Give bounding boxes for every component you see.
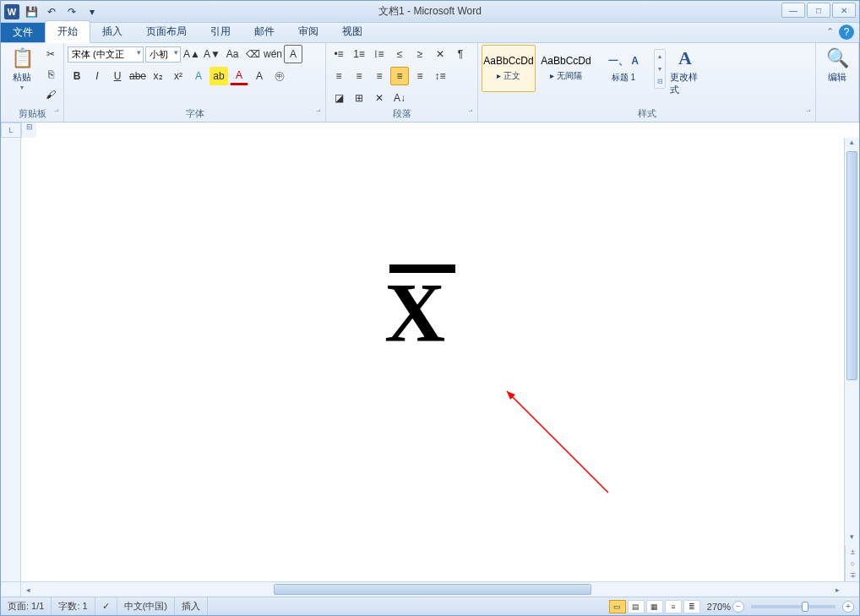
numbering-button[interactable]: 1≡ [350,45,368,63]
zoom-knob[interactable] [802,602,808,612]
align-right-button[interactable]: ≡ [370,67,389,85]
status-proofing[interactable]: ✓ [95,597,117,615]
page-viewport[interactable]: X [21,138,859,581]
scroll-right-button[interactable]: ▸ [830,582,844,597]
italic-button[interactable]: I [88,67,106,85]
view-web-button[interactable]: ▦ [646,600,663,613]
scroll-up-button[interactable]: ▴ [845,138,859,151]
scroll-h-thumb[interactable] [274,584,592,595]
shading-button[interactable]: ◪ [329,89,348,107]
document-content[interactable]: X [384,264,455,351]
status-mode[interactable]: 插入 [175,597,208,615]
format-painter-button[interactable]: 🖌 [41,85,60,104]
qat-more-button[interactable]: ▾ [84,3,101,20]
asian-layout-button[interactable]: ✕ [431,45,449,63]
prev-page-button[interactable]: ± [846,546,859,558]
ruler-vertical[interactable] [1,138,21,581]
underline-button[interactable]: U [108,67,127,85]
ruler-row: L 78910111213141516171819202122232425262… [1,123,859,138]
clear-format-button[interactable]: ⌫ [243,45,262,63]
change-styles-button[interactable]: A 更改样式 [667,45,703,99]
minimize-button[interactable]: — [781,3,805,18]
close-button[interactable]: ✕ [832,3,856,18]
justify-button[interactable]: ≡ [390,67,409,85]
scroll-left-button[interactable]: ◂ [21,582,35,597]
text-effects-button[interactable]: A [189,67,208,85]
font-size-dropdown[interactable]: 小初 [145,46,181,63]
file-tab[interactable]: 文件 [1,23,45,42]
style-heading1[interactable]: 一、 A 标题 1 [596,45,650,92]
bullets-button[interactable]: •≡ [329,45,348,63]
char-border-button[interactable]: A [284,45,302,63]
browse-object-button[interactable]: ○ [846,558,859,570]
tab-mailings[interactable]: 邮件 [242,21,286,42]
asian-layout2-button[interactable]: ✕ [370,89,389,107]
scrollbar-vertical[interactable]: ▴ ▾ ± ○ ∓ [844,138,859,581]
font-color-button[interactable]: A [230,67,248,85]
scroll-track[interactable] [845,151,859,532]
status-language[interactable]: 中文(中国) [117,597,175,615]
bold-button[interactable]: B [68,67,86,85]
phonetic-button[interactable]: wén [264,45,282,63]
tab-review[interactable]: 审阅 [286,21,330,42]
scroll-h-track[interactable] [35,582,830,597]
editing-label: 编辑 [828,71,846,84]
ruler-toggle-button[interactable]: ⊟ [21,123,36,138]
change-case-button[interactable]: Aa [223,45,242,63]
tab-home[interactable]: 开始 [45,20,90,43]
font-name-dropdown[interactable]: 宋体 (中文正 [68,46,144,63]
tab-layout[interactable]: 页面布局 [134,21,199,42]
redo-button[interactable]: ↷ [63,3,80,20]
grow-font-button[interactable]: A▲ [182,45,201,63]
status-page[interactable]: 页面: 1/1 [1,597,52,615]
enclose-char-button[interactable]: ㊥ [270,67,289,85]
view-draft-button[interactable]: ≣ [683,600,700,613]
char-shading-button[interactable]: A [250,67,269,85]
search-icon: 🔍 [826,47,849,69]
status-bar: 页面: 1/1 字数: 1 ✓ 中文(中国) 插入 ▭ ▤ ▦ ≡ ≣ 270%… [1,597,859,615]
status-words[interactable]: 字数: 1 [52,597,95,615]
show-marks-button[interactable]: ¶ [451,45,470,63]
tab-references[interactable]: 引用 [199,21,242,42]
style-gallery-more[interactable]: ▴ ▾ ⊟ [654,49,666,89]
scroll-down-button[interactable]: ▾ [845,532,859,546]
decrease-indent-button[interactable]: ≤ [390,45,409,63]
view-fullscreen-button[interactable]: ▤ [628,600,645,613]
paste-button[interactable]: 📋 粘贴 ▾ [4,45,40,94]
distribute-button[interactable]: ≡ [411,67,429,85]
shrink-font-button[interactable]: A▼ [203,45,221,63]
find-button[interactable]: 🔍 编辑 [819,45,855,86]
scrollbar-horizontal[interactable]: ◂ ▸ [1,581,859,597]
multilevel-button[interactable]: ⁞≡ [370,45,389,63]
tab-insert[interactable]: 插入 [90,21,134,42]
scroll-thumb[interactable] [846,151,857,380]
increase-indent-button[interactable]: ≥ [411,45,429,63]
tab-view[interactable]: 视图 [330,21,374,42]
sort-button[interactable]: A↓ [390,89,409,107]
zoom-in-button[interactable]: + [842,601,854,613]
help-button[interactable]: ? [839,25,854,40]
zoom-out-button[interactable]: − [732,601,744,613]
ribbon-toggle-button[interactable]: ⌃ [826,26,834,37]
save-button[interactable]: 💾 [23,3,40,20]
ruler-corner[interactable]: L [1,123,21,138]
zoom-slider[interactable] [751,605,836,608]
strike-button[interactable]: abe [128,67,147,85]
highlight-button[interactable]: ab [210,67,228,85]
next-page-button[interactable]: ∓ [846,570,859,581]
maximize-button[interactable]: □ [807,3,830,18]
style-normal[interactable]: AaBbCcDd ▸ 正文 [482,45,536,92]
align-left-button[interactable]: ≡ [329,67,348,85]
superscript-button[interactable]: x² [169,67,188,85]
view-outline-button[interactable]: ≡ [665,600,682,613]
cut-button[interactable]: ✂ [41,45,60,63]
style-nospace[interactable]: AaBbCcDd ▸ 无间隔 [539,45,593,92]
zoom-value[interactable]: 270% [707,602,731,612]
align-center-button[interactable]: ≡ [350,67,368,85]
line-spacing-button[interactable]: ↕≡ [431,67,449,85]
copy-button[interactable]: ⎘ [41,65,60,84]
undo-button[interactable]: ↶ [43,3,60,20]
subscript-button[interactable]: x₂ [149,67,167,85]
view-print-button[interactable]: ▭ [609,600,626,613]
borders-button[interactable]: ⊞ [350,89,368,107]
